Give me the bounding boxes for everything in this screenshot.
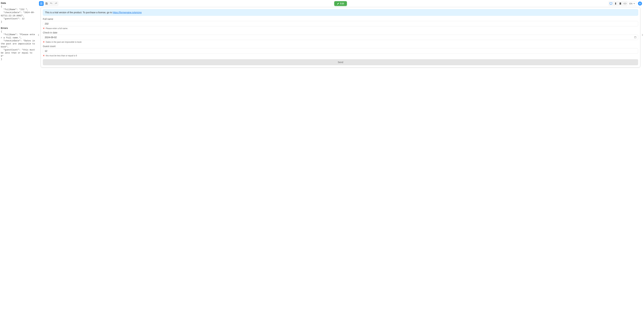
lang-value: EN <box>630 2 632 5</box>
language-select[interactable]: EN <box>628 2 636 6</box>
desktop-icon <box>610 2 612 5</box>
data-heading: Data <box>1 2 36 4</box>
guestcount-error-text: this must be less than or equal to 6 <box>46 55 77 57</box>
svg-rect-4 <box>634 37 636 38</box>
menu-button[interactable] <box>39 1 44 6</box>
undo-icon <box>50 2 52 5</box>
svg-point-3 <box>640 3 640 4</box>
tablet-view-button[interactable] <box>618 1 623 6</box>
fullname-error: ✕ Please enter a full name. <box>43 27 638 30</box>
field-checkin: Check-in date ✕ Dates in the past are im… <box>43 31 638 43</box>
guestcount-input[interactable] <box>43 48 638 54</box>
chevron-down-icon <box>634 3 635 4</box>
guestcount-label: Guest count <box>43 45 638 48</box>
tablet-icon <box>619 2 622 5</box>
field-fullname: Full name ✕ Please enter a full name. <box>43 18 638 30</box>
error-icon: ✕ <box>43 27 45 30</box>
save-icon <box>45 2 48 5</box>
main-area: Edit <box>37 0 644 71</box>
calendar-icon[interactable] <box>634 36 636 39</box>
pencil-icon <box>337 3 339 5</box>
settings-button[interactable] <box>638 2 642 6</box>
fullname-error-text: Please enter a full name. <box>46 27 68 30</box>
toolbar: Edit <box>37 0 644 7</box>
code-view-button[interactable] <box>623 1 627 6</box>
redo-button[interactable] <box>54 1 58 6</box>
next-page-button[interactable] <box>641 7 644 36</box>
svg-rect-0 <box>610 3 612 4</box>
data-json: { "fullName": "232 ", "checkinDate": "20… <box>1 5 36 23</box>
prev-page-button[interactable] <box>37 7 40 36</box>
chevron-right-icon <box>641 34 643 36</box>
svg-rect-2 <box>620 3 621 5</box>
checkin-label: Check-in date <box>43 31 638 34</box>
trial-text: This is a trial version of the product. … <box>45 11 113 14</box>
mobile-icon <box>614 2 617 5</box>
error-icon: ✕ <box>43 41 45 43</box>
gear-icon <box>639 2 641 5</box>
debug-sidebar: Data { "fullName": "232 ", "checkinDate"… <box>0 0 37 71</box>
checkin-input[interactable] <box>43 35 638 40</box>
form-canvas: This is a trial version of the product. … <box>41 7 640 68</box>
mobile-view-button[interactable] <box>613 1 618 6</box>
edit-button[interactable]: Edit <box>334 1 347 6</box>
svg-rect-1 <box>615 3 616 5</box>
checkin-error-text: Dates in the past are impossible to book <box>46 41 82 43</box>
fullname-label: Full name <box>43 18 638 20</box>
undo-button[interactable] <box>49 1 54 6</box>
errors-heading: Errors <box>1 27 36 30</box>
trial-link[interactable]: https://formengine.io/pricing <box>113 11 142 14</box>
redo-icon <box>55 2 57 5</box>
errors-json: { "fullName": "Please enter a full name.… <box>1 30 36 61</box>
edit-label: Edit <box>340 2 344 5</box>
send-button[interactable]: Send <box>43 59 638 65</box>
field-guestcount: Guest count ✕ this must be less than or … <box>43 45 638 57</box>
chevron-left-icon <box>38 34 40 36</box>
trial-banner: This is a trial version of the product. … <box>43 9 638 16</box>
guestcount-error: ✕ this must be less than or equal to 6 <box>43 54 638 57</box>
error-icon: ✕ <box>43 54 45 57</box>
checkin-error: ✕ Dates in the past are impossible to bo… <box>43 41 638 43</box>
desktop-view-button[interactable] <box>608 1 613 6</box>
code-icon <box>624 2 626 5</box>
save-button[interactable] <box>44 1 49 6</box>
fullname-input[interactable] <box>43 21 638 27</box>
menu-icon <box>40 2 43 5</box>
